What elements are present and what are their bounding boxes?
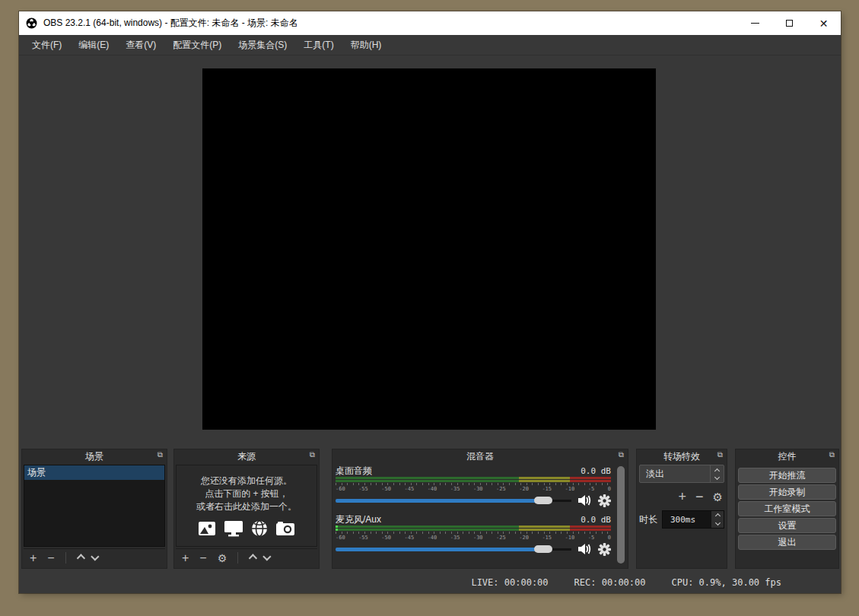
remove-scene-button[interactable]: − <box>47 552 54 564</box>
scenes-panel: 场景 ⧉ 场景 + − <box>21 449 167 569</box>
controls-header: 控件 ⧉ <box>736 449 838 463</box>
add-source-button[interactable]: + <box>182 552 189 564</box>
tick-label: 0 <box>608 535 611 541</box>
mixer-title: 混音器 <box>466 450 494 463</box>
duration-spinbox[interactable]: 300ms <box>662 510 724 529</box>
tick-label: -5 <box>588 486 594 492</box>
control-button[interactable]: 开始推流 <box>738 468 836 483</box>
mixer-header: 混音器 ⧉ <box>332 449 628 463</box>
volume-slider-handle[interactable] <box>534 545 552 553</box>
popout-icon[interactable]: ⧉ <box>157 451 163 459</box>
channel-name: 麦克风/Aux <box>336 513 381 526</box>
popout-icon[interactable]: ⧉ <box>717 451 723 459</box>
scene-up-button[interactable] <box>77 555 83 561</box>
tick-label: -20 <box>519 486 529 492</box>
chevron-up-icon <box>76 554 84 562</box>
mixer-scrollbar[interactable] <box>617 466 625 564</box>
menu-item[interactable]: 查看(V) <box>117 35 164 56</box>
volume-slider[interactable] <box>336 494 571 506</box>
transitions-title: 转场特效 <box>663 450 700 463</box>
volume-slider[interactable] <box>336 543 571 555</box>
channel-name: 桌面音频 <box>336 465 372 478</box>
gear-icon <box>598 494 611 507</box>
empty-hint-line: 点击下面的 + 按钮， <box>196 487 297 500</box>
minus-icon: − <box>47 552 54 564</box>
camera-icon <box>275 519 296 538</box>
source-up-button[interactable] <box>249 555 255 561</box>
source-down-button[interactable] <box>266 555 272 561</box>
mute-button[interactable] <box>577 494 592 506</box>
controls-title: 控件 <box>778 450 797 463</box>
control-button[interactable]: 退出 <box>738 535 836 550</box>
close-button[interactable]: ✕ <box>807 11 841 35</box>
spin-buttons[interactable] <box>711 511 724 528</box>
menu-item[interactable]: 工具(T) <box>295 35 342 56</box>
channel-settings-button[interactable] <box>598 494 611 507</box>
tick-label: -40 <box>428 535 437 541</box>
scene-list-item[interactable]: 场景 <box>24 465 164 480</box>
tick-label: -55 <box>358 535 368 541</box>
gear-icon: ⚙ <box>713 491 723 503</box>
live-time: LIVE: 00:00:00 <box>471 577 548 588</box>
titlebar[interactable]: OBS 23.2.1 (64-bit, windows) - 配置文件: 未命名… <box>19 11 841 35</box>
obs-logo <box>26 17 37 29</box>
popout-icon[interactable]: ⧉ <box>619 451 624 459</box>
tick-label: -60 <box>336 486 345 492</box>
channel-settings-button[interactable] <box>598 543 611 556</box>
source-type-icons <box>197 519 296 538</box>
channel-db-value: 0.0 dB <box>581 515 611 525</box>
mute-button[interactable] <box>577 543 592 555</box>
add-transition-button[interactable]: + <box>679 490 687 503</box>
menu-item[interactable]: 配置文件(P) <box>164 35 230 56</box>
source-properties-button[interactable]: ⚙ <box>218 553 227 564</box>
menu-item[interactable]: 编辑(E) <box>70 35 117 56</box>
mixer-channel-mic-aux: 麦克风/Aux 0.0 dB -60-55-50-45-40-35-30-25-… <box>336 513 611 555</box>
remove-transition-button[interactable]: − <box>695 490 704 503</box>
tick-label: -30 <box>473 486 483 492</box>
sources-title: 来源 <box>237 450 256 463</box>
chevron-down-icon <box>714 520 720 526</box>
cpu-fps: CPU: 0.9%, 30.00 fps <box>672 577 782 588</box>
display-icon <box>223 519 244 538</box>
control-button[interactable]: 开始录制 <box>738 484 836 500</box>
channel-db-value: 0.0 dB <box>581 466 611 476</box>
globe-icon <box>250 519 269 538</box>
remove-source-button[interactable]: − <box>199 552 206 564</box>
sources-header: 来源 ⧉ <box>174 449 319 463</box>
tick-label: -50 <box>381 486 391 492</box>
chevron-down-icon <box>91 552 99 560</box>
transition-selected-value: 淡出 <box>640 468 664 481</box>
scene-down-button[interactable] <box>94 555 100 561</box>
tick-label: -35 <box>450 486 460 492</box>
control-button[interactable]: 工作室模式 <box>738 501 836 516</box>
sources-empty-area[interactable]: 您还没有添加任何源。点击下面的 + 按钮，或者右击此处添加一个。 <box>176 465 317 547</box>
transition-select[interactable]: 淡出 <box>639 465 724 483</box>
menu-item[interactable]: 文件(F) <box>24 35 70 56</box>
popout-icon[interactable]: ⧉ <box>829 451 835 459</box>
chevron-up-icon <box>249 554 257 562</box>
preview-area <box>19 56 841 443</box>
volume-slider-handle[interactable] <box>534 497 552 504</box>
scenes-toolbar: + − <box>24 548 165 567</box>
minimize-button[interactable] <box>738 11 772 35</box>
popout-icon[interactable]: ⧉ <box>310 451 315 459</box>
tick-label: -5 <box>588 535 594 541</box>
chevron-down-icon <box>714 474 720 479</box>
maximize-icon <box>786 20 793 27</box>
minimize-icon <box>751 23 759 24</box>
menu-item[interactable]: 场景集合(S) <box>230 35 295 56</box>
menu-item[interactable]: 帮助(H) <box>342 35 390 56</box>
chevron-up-icon <box>714 513 720 519</box>
add-scene-button[interactable]: + <box>30 552 37 564</box>
maximize-button[interactable] <box>772 11 807 35</box>
control-button[interactable]: 设置 <box>738 518 836 533</box>
tick-label: -15 <box>542 535 552 541</box>
obs-window: OBS 23.2.1 (64-bit, windows) - 配置文件: 未命名… <box>19 11 841 593</box>
mixer-panel: 混音器 ⧉ 桌面音频 0.0 dB -60-55-50-45-40-35-30-… <box>332 449 628 569</box>
preview-canvas[interactable] <box>202 68 656 430</box>
tick-label: -35 <box>450 535 460 541</box>
volume-meter <box>336 477 611 482</box>
tick-label: -55 <box>358 486 368 492</box>
tick-label: -10 <box>565 486 575 492</box>
transition-properties-button[interactable]: ⚙ <box>713 491 723 503</box>
